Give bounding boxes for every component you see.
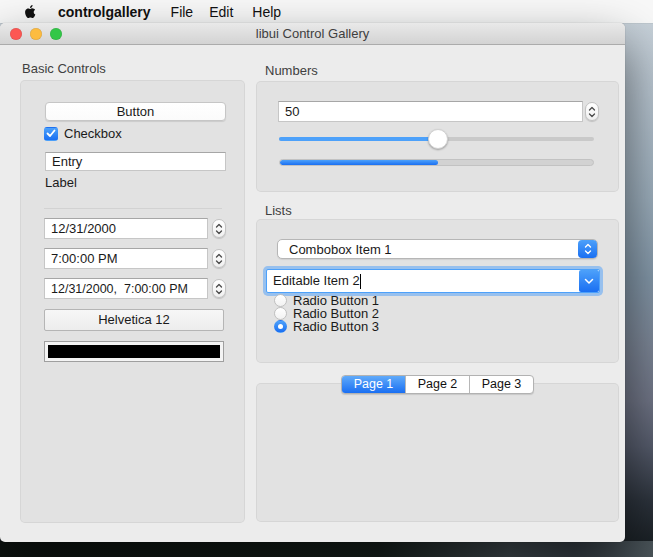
color-well[interactable] <box>44 341 224 362</box>
slider-fill <box>279 137 438 141</box>
radio-dot-icon <box>278 324 283 329</box>
tab-bar: Page 1 Page 2 Page 3 <box>341 375 534 394</box>
check-icon <box>46 129 56 138</box>
basic-controls-panel: Button Checkbox Entry Label 12/31/2000 <box>20 80 245 523</box>
checkbox[interactable] <box>44 127 58 141</box>
title-bar[interactable]: libui Control Gallery <box>0 23 625 45</box>
lists-panel: Combobox Item 1 Editable Item 2 Radio Bu… <box>256 219 619 363</box>
slider[interactable] <box>279 129 594 149</box>
combobox-value: Combobox Item 1 <box>278 242 578 257</box>
separator <box>44 208 222 209</box>
progress-bar <box>279 159 594 166</box>
menu-bar: controlgallery File Edit Help <box>0 0 653 23</box>
tab-page-1[interactable]: Page 1 <box>342 376 405 393</box>
datetime-stepper[interactable] <box>212 279 226 298</box>
chevron-up-down-icon <box>215 253 223 265</box>
window-content: Basic Controls Button Checkbox Entry Lab… <box>0 45 625 542</box>
entry-input[interactable]: Entry <box>45 152 226 171</box>
editable-combobox-input[interactable]: Editable Item 2 <box>266 269 600 293</box>
chevron-up-down-icon <box>584 243 592 255</box>
chevron-down-icon <box>584 278 594 285</box>
datetime-picker-field[interactable]: 12/31/2000, 7:00:00 PM <box>44 278 208 299</box>
checkbox-label: Checkbox <box>64 126 122 141</box>
app-window: libui Control Gallery Basic Controls But… <box>0 23 625 542</box>
numbers-panel: 50 <box>256 81 619 192</box>
combobox-stepper[interactable] <box>578 240 597 258</box>
spinbox-stepper[interactable] <box>585 102 599 121</box>
radio-button[interactable] <box>274 320 287 333</box>
editable-combobox-dropdown-button[interactable] <box>579 270 599 292</box>
static-label: Label <box>45 175 77 190</box>
radio-button[interactable] <box>274 294 287 307</box>
checkbox-row[interactable]: Checkbox <box>44 126 122 141</box>
time-picker-field[interactable]: 7:00:00 PM <box>44 248 208 269</box>
date-picker-field[interactable]: 12/31/2000 <box>44 218 208 239</box>
radio-button[interactable] <box>274 307 287 320</box>
text-cursor <box>360 274 361 289</box>
date-stepper[interactable] <box>212 219 226 238</box>
radio-row[interactable]: Radio Button 3 <box>274 320 379 333</box>
menu-item-app[interactable]: controlgallery <box>58 4 151 20</box>
spinbox-input[interactable]: 50 <box>278 101 583 122</box>
menu-item-file[interactable]: File <box>171 4 194 20</box>
menu-item-edit[interactable]: Edit <box>209 4 233 20</box>
desktop-wallpaper <box>0 541 653 557</box>
menu-item-help[interactable]: Help <box>252 4 281 20</box>
apple-menu-icon[interactable] <box>23 4 36 19</box>
lists-group-label: Lists <box>265 203 292 218</box>
tab-page-2[interactable]: Page 2 <box>405 376 469 393</box>
tab-content-panel <box>256 383 619 522</box>
slider-thumb[interactable] <box>428 129 448 149</box>
color-swatch <box>48 345 220 358</box>
combobox[interactable]: Combobox Item 1 <box>277 239 598 259</box>
basic-controls-group-label: Basic Controls <box>22 61 106 76</box>
push-button[interactable]: Button <box>45 102 226 121</box>
radio-label: Radio Button 3 <box>293 319 379 334</box>
editable-combobox-value: Editable Item 2 <box>273 273 360 288</box>
apple-icon <box>23 4 36 19</box>
chevron-up-down-icon <box>588 106 596 118</box>
numbers-group-label: Numbers <box>265 63 318 78</box>
desktop: controlgallery File Edit Help libui Cont… <box>0 0 653 557</box>
progress-fill <box>280 160 438 165</box>
chevron-up-down-icon <box>215 283 223 295</box>
chevron-up-down-icon <box>215 223 223 235</box>
window-title: libui Control Gallery <box>0 23 625 45</box>
time-stepper[interactable] <box>212 249 226 268</box>
font-button[interactable]: Helvetica 12 <box>44 309 224 331</box>
tab-page-3[interactable]: Page 3 <box>469 376 533 393</box>
